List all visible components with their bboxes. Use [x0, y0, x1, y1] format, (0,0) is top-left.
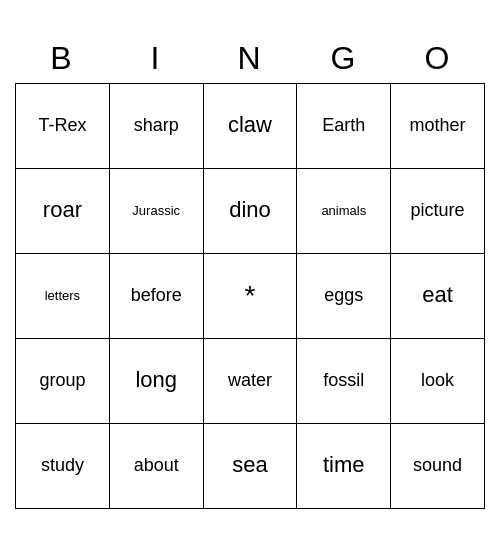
bingo-cell: sea	[204, 424, 298, 509]
bingo-cell: dino	[204, 169, 298, 254]
bingo-cell: T-Rex	[16, 84, 110, 169]
bingo-cell: about	[110, 424, 204, 509]
bingo-cell: before	[110, 254, 204, 339]
bingo-cell: water	[204, 339, 298, 424]
bingo-cell: eat	[391, 254, 485, 339]
bingo-cell: sound	[391, 424, 485, 509]
header-letter: N	[203, 36, 297, 81]
bingo-cell: study	[16, 424, 110, 509]
bingo-cell: claw	[204, 84, 298, 169]
bingo-cell: sharp	[110, 84, 204, 169]
header-letter: G	[297, 36, 391, 81]
bingo-grid: T-RexsharpclawEarthmotherroarJurassicdin…	[15, 83, 485, 509]
header-letter: I	[109, 36, 203, 81]
bingo-cell: roar	[16, 169, 110, 254]
bingo-cell: Jurassic	[110, 169, 204, 254]
bingo-cell: Earth	[297, 84, 391, 169]
bingo-cell: picture	[391, 169, 485, 254]
bingo-cell: look	[391, 339, 485, 424]
bingo-cell: fossil	[297, 339, 391, 424]
bingo-header: BINGO	[15, 36, 485, 81]
bingo-cell: mother	[391, 84, 485, 169]
bingo-cell: animals	[297, 169, 391, 254]
bingo-cell: *	[204, 254, 298, 339]
bingo-cell: group	[16, 339, 110, 424]
bingo-cell: letters	[16, 254, 110, 339]
bingo-cell: long	[110, 339, 204, 424]
bingo-cell: eggs	[297, 254, 391, 339]
bingo-board: BINGO T-RexsharpclawEarthmotherroarJuras…	[15, 36, 485, 509]
bingo-cell: time	[297, 424, 391, 509]
header-letter: O	[391, 36, 485, 81]
header-letter: B	[15, 36, 109, 81]
